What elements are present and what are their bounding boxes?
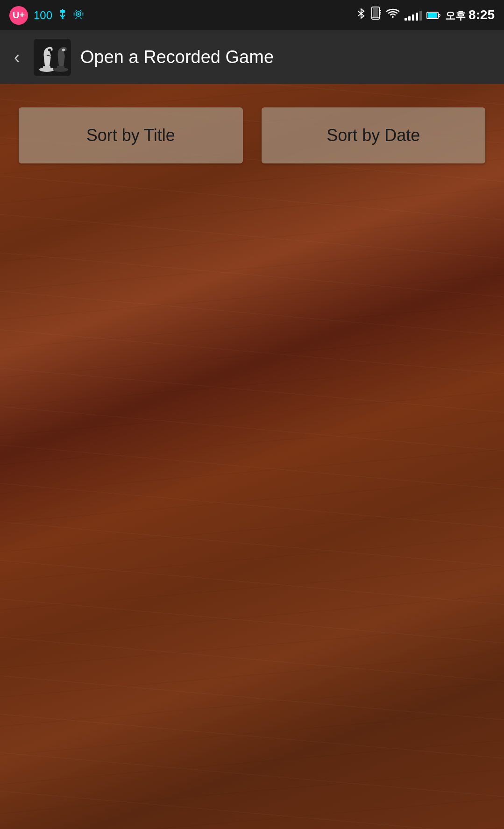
- status-time: 오후 8:25: [445, 7, 495, 23]
- battery-percent-icon: 100: [34, 9, 52, 22]
- svg-point-2: [78, 13, 79, 15]
- sort-by-title-button[interactable]: Sort by Title: [19, 107, 243, 163]
- svg-point-18: [48, 49, 51, 51]
- app-bar: ‹ Open a Recorded Game: [0, 30, 504, 84]
- lg-icon: U+: [9, 6, 28, 25]
- battery-icon: [426, 11, 440, 20]
- status-bar-right: 오후 8:25: [356, 7, 495, 24]
- svg-rect-4: [373, 8, 378, 17]
- back-button[interactable]: ‹: [9, 43, 24, 72]
- svg-rect-11: [428, 13, 437, 18]
- svg-point-0: [62, 17, 64, 19]
- svg-rect-6: [374, 19, 377, 20]
- svg-point-21: [62, 49, 65, 51]
- app-title: Open a Recorded Game: [80, 47, 274, 67]
- signal-bar-2: [408, 16, 411, 21]
- wifi-icon: [386, 8, 400, 22]
- signal-bars: [405, 10, 422, 21]
- status-bar: U+ 100: [0, 0, 504, 30]
- phone-frame-icon: [371, 7, 381, 24]
- svg-rect-17: [43, 66, 50, 71]
- sort-by-date-button[interactable]: Sort by Date: [262, 107, 486, 163]
- main-content: Sort by Title Sort by Date: [0, 84, 504, 182]
- lg-text: U+: [13, 10, 25, 21]
- status-bar-left: U+ 100: [9, 6, 84, 25]
- am-pm-text: 오후: [445, 9, 466, 23]
- usb-icon: [58, 8, 67, 23]
- app-icon: [34, 39, 71, 76]
- signal-bar-4: [416, 13, 418, 21]
- signal-bar-1: [405, 18, 407, 21]
- signal-bar-3: [412, 14, 414, 21]
- battery-percent-text: 100: [34, 9, 52, 21]
- debug-icon: [73, 8, 84, 22]
- time-text: 8:25: [469, 7, 495, 22]
- bluetooth-icon: [356, 7, 366, 23]
- signal-bar-5: [419, 11, 422, 21]
- svg-rect-20: [57, 66, 64, 71]
